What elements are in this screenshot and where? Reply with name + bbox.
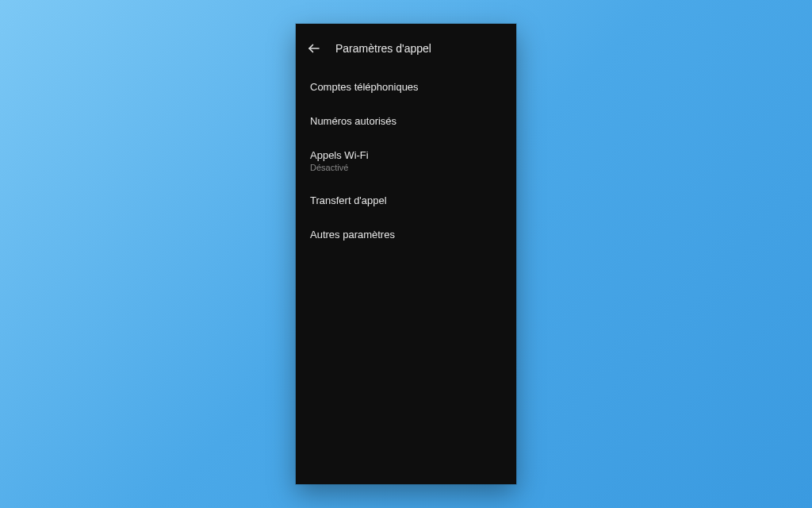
page-title: Paramètres d'appel (335, 42, 431, 55)
list-item-additional-settings[interactable]: Autres paramètres (296, 217, 516, 252)
item-title: Transfert d'appel (310, 194, 502, 206)
list-item-fixed-dialing[interactable]: Numéros autorisés (296, 104, 516, 138)
item-title: Comptes téléphoniques (310, 81, 502, 93)
item-subtitle: Désactivé (310, 163, 502, 172)
phone-screen: Paramètres d'appel Comptes téléphoniques… (296, 24, 516, 484)
list-item-wifi-calling[interactable]: Appels Wi-Fi Désactivé (296, 138, 516, 183)
list-item-call-forwarding[interactable]: Transfert d'appel (296, 183, 516, 217)
item-title: Autres paramètres (310, 229, 502, 241)
settings-list: Comptes téléphoniques Numéros autorisés … (296, 67, 516, 255)
item-title: Appels Wi-Fi (310, 149, 502, 161)
back-arrow-icon[interactable] (307, 41, 321, 56)
header: Paramètres d'appel (296, 24, 516, 67)
item-title: Numéros autorisés (310, 115, 502, 127)
list-item-calling-accounts[interactable]: Comptes téléphoniques (296, 70, 516, 104)
